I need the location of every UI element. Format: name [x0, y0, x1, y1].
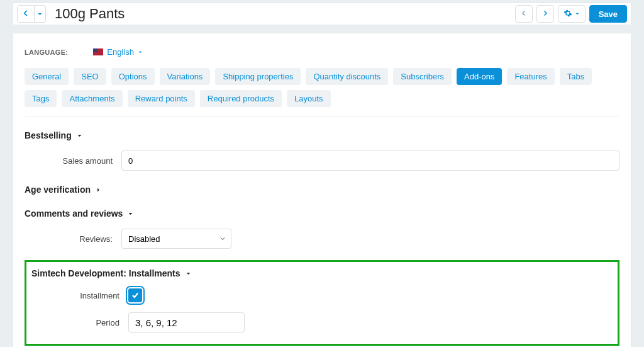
- tab-attachments[interactable]: Attachments: [62, 90, 122, 107]
- tab-quantity-discounts[interactable]: Quantity discounts: [306, 68, 388, 85]
- period-input[interactable]: [128, 312, 245, 333]
- language-label: LANGUAGE:: [25, 48, 68, 56]
- sales-amount-input[interactable]: [121, 151, 619, 171]
- section-comments-toggle[interactable]: Comments and reviews: [25, 208, 619, 219]
- caret-down-icon: [77, 133, 82, 139]
- tab-features[interactable]: Features: [507, 68, 554, 85]
- section-age-verification-toggle[interactable]: Age verification: [25, 185, 619, 195]
- back-button-group: [17, 5, 46, 23]
- page-title: 100g Pants: [55, 6, 125, 22]
- caret-down-icon: [575, 11, 580, 16]
- section-age-verification: Age verification: [25, 185, 619, 195]
- top-right-controls: Save: [515, 5, 627, 23]
- caret-down-icon: [128, 211, 133, 217]
- section-bestselling-title: Bestselling: [25, 130, 72, 140]
- tab-options[interactable]: Options: [111, 68, 155, 85]
- tab-tags[interactable]: Tags: [25, 90, 57, 107]
- prev-record-button[interactable]: [515, 5, 533, 23]
- section-installments-title: Simtech Development: Installments: [31, 268, 180, 278]
- row-reviews: Reviews: Disabled: [25, 229, 619, 249]
- row-sales-amount: Sales amount: [25, 151, 619, 171]
- period-label: Period: [31, 318, 119, 327]
- caret-down-icon: [186, 271, 191, 276]
- back-button[interactable]: [17, 5, 35, 23]
- back-menu-button[interactable]: [35, 5, 46, 23]
- caret-right-icon: [96, 187, 101, 193]
- installment-checkbox[interactable]: [128, 288, 142, 302]
- language-current: English: [107, 47, 134, 57]
- tab-required-products[interactable]: Required products: [200, 90, 282, 107]
- chevron-left-icon: [520, 9, 528, 19]
- tab-seo[interactable]: SEO: [74, 68, 106, 85]
- reviews-select[interactable]: Disabled: [121, 229, 231, 249]
- row-period: Period: [31, 312, 613, 333]
- section-bestselling: Bestselling Sales amount: [25, 130, 619, 171]
- section-bestselling-toggle[interactable]: Bestselling: [25, 130, 619, 140]
- tab-shipping-properties[interactable]: Shipping properties: [215, 68, 301, 85]
- sales-amount-label: Sales amount: [25, 156, 113, 166]
- check-icon: [131, 291, 140, 300]
- flag-us-icon: [93, 48, 103, 55]
- caret-down-icon: [138, 50, 143, 55]
- tab-subscribers[interactable]: Subscribers: [393, 68, 452, 85]
- highlight-installments: Simtech Development: Installments Instal…: [25, 260, 619, 346]
- installment-label: Installment: [31, 291, 119, 300]
- tab-tabs[interactable]: Tabs: [560, 68, 592, 85]
- language-row: LANGUAGE: English: [25, 47, 619, 57]
- save-button[interactable]: Save: [589, 5, 627, 23]
- tab-add-ons[interactable]: Add-ons: [457, 68, 502, 85]
- tabs: General SEO Options Variations Shipping …: [25, 68, 619, 117]
- settings-button[interactable]: [558, 5, 586, 23]
- tab-general[interactable]: General: [25, 68, 69, 85]
- language-picker[interactable]: English: [93, 47, 143, 57]
- top-bar: 100g Pants Save: [13, 3, 631, 25]
- caret-down-icon: [37, 11, 43, 17]
- next-record-button[interactable]: [536, 5, 554, 23]
- arrow-left-icon: [21, 9, 30, 20]
- chevron-right-icon: [541, 9, 549, 19]
- row-installment: Installment: [31, 288, 613, 302]
- gear-icon: [564, 9, 572, 20]
- tab-layouts[interactable]: Layouts: [287, 90, 331, 107]
- main-panel: LANGUAGE: English General SEO Options Va…: [13, 33, 631, 347]
- reviews-label: Reviews:: [25, 234, 113, 244]
- section-comments-title: Comments and reviews: [25, 208, 123, 219]
- tab-variations[interactable]: Variations: [160, 68, 211, 85]
- tab-reward-points[interactable]: Reward points: [128, 90, 195, 107]
- section-comments: Comments and reviews Reviews: Disabled: [25, 208, 619, 249]
- section-installments-toggle[interactable]: Simtech Development: Installments: [31, 268, 613, 278]
- section-age-verification-title: Age verification: [25, 185, 91, 195]
